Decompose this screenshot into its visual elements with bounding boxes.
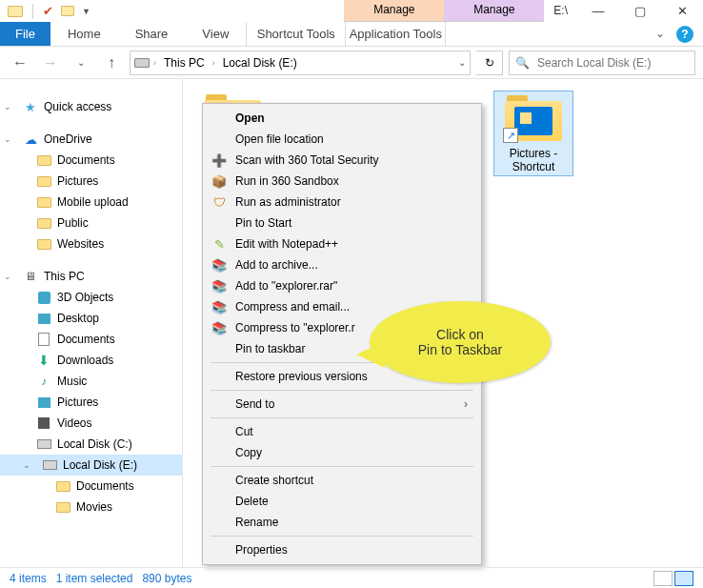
context-item[interactable]: 📚Add to "explorer.rar" [205,275,479,296]
context-item[interactable]: 📚Add to archive... [205,254,479,275]
folder-icon [37,176,51,187]
search-input[interactable] [535,55,689,71]
blank-icon [211,541,228,558]
box-icon: 📦 [211,172,228,190]
sidebar-item-public[interactable]: Public [0,213,182,233]
folder-icon [37,239,51,250]
sidebar-item-this-pc[interactable]: ⌄🖥This PC [0,266,182,287]
close-button[interactable]: ✕ [661,4,703,18]
shield-icon: 🛡 [211,193,228,211]
sidebar-item-disk-e[interactable]: ⌄Local Disk (E:) [0,455,182,476]
shortcut-item-pictures[interactable]: ↗ Pictures - Shortcut [493,91,573,176]
blank-icon [211,493,228,510]
blank-icon [211,395,228,413]
sidebar-item-pictures[interactable]: Pictures [0,171,182,192]
sidebar-item-documents[interactable]: Documents [0,476,182,497]
item-label: Pictures - Shortcut [496,147,571,173]
sidebar-item-onedrive[interactable]: ⌄☁OneDrive [0,129,182,150]
file-tab[interactable]: File [0,22,50,46]
drive-icon [37,439,51,449]
drive-icon [134,58,150,68]
context-item[interactable]: Properties [205,539,479,560]
maximize-button[interactable]: ▢ [619,4,661,18]
context-item[interactable]: Open [205,108,479,129]
forward-button[interactable]: → [38,51,63,75]
sidebar-item-movies[interactable]: Movies [0,497,182,517]
contextual-tab-application[interactable]: Manage [444,0,544,22]
view-tab[interactable]: View [185,22,246,46]
details-view-button[interactable] [653,571,673,586]
icons-view-button[interactable] [674,571,693,586]
context-item[interactable]: Rename [205,512,479,533]
blank-icon [211,131,228,148]
context-item[interactable]: Send to› [205,394,479,415]
back-button[interactable]: ← [8,51,32,75]
sidebar-item-music[interactable]: ♪Music [0,371,182,392]
context-item[interactable]: Pin to Start [205,213,479,233]
blank-icon [211,368,228,385]
home-tab[interactable]: Home [50,22,118,46]
folder-icon [8,6,23,17]
context-item[interactable]: 📦Run in 360 Sandbox [205,171,479,192]
submenu-arrow-icon: › [464,397,468,411]
context-item[interactable]: Copy [205,442,479,463]
search-icon: 🔍 [515,56,530,70]
breadcrumb[interactable]: This PC [160,54,209,71]
address-bar[interactable]: › This PC › Local Disk (E:) ⌄ [130,51,471,75]
blank-icon [211,472,228,489]
sidebar-item-downloads[interactable]: ⬇Downloads [0,350,182,371]
up-button[interactable]: ↑ [99,51,124,75]
tutorial-callout: Click on Pin to Taskbar [370,301,551,383]
sidebar-item-documents[interactable]: Documents [0,329,182,350]
qat-dropdown-icon[interactable]: ▼ [82,7,90,16]
cloud-icon: ☁ [23,132,38,147]
help-button[interactable]: ? [676,26,693,43]
sidebar-item-pictures[interactable]: Pictures [0,392,182,413]
sidebar-item-disk-c[interactable]: Local Disk (C:) [0,434,182,455]
application-tools-tab[interactable]: Application Tools [346,22,446,46]
check-icon[interactable]: ✔ [43,4,53,18]
context-item[interactable]: ✎Edit with Notepad++ [205,233,479,254]
desktop-icon [38,314,50,324]
context-item[interactable]: Cut [205,421,479,442]
pc-icon: 🖥 [23,269,38,284]
blank-icon [211,514,228,531]
history-dropdown-icon[interactable]: ⌄ [69,51,93,75]
sidebar-item-quick-access[interactable]: ⌄★Quick access [0,96,182,117]
context-item[interactable]: Delete [205,491,479,512]
folder-icon [37,155,51,166]
sidebar-item-videos[interactable]: Videos [0,413,182,434]
breadcrumb[interactable]: Local Disk (E:) [219,54,301,71]
context-item[interactable]: 🛡Run as administrator [205,192,479,213]
blank-icon [211,340,228,357]
context-item[interactable]: Create shortcut [205,470,479,491]
context-item[interactable]: Open file location [205,129,479,150]
np-icon: ✎ [211,235,228,253]
sidebar-item-mobile-upload[interactable]: Mobile upload [0,192,182,213]
folder-icon [37,197,51,208]
sidebar-item-3d-objects[interactable]: 3D Objects [0,287,182,308]
minimize-button[interactable]: — [577,4,619,18]
properties-icon[interactable] [61,6,74,16]
shortcut-tools-tab[interactable]: Shortcut Tools [246,22,346,46]
sidebar-item-websites[interactable]: Websites [0,233,182,254]
status-bar: 4 items 1 item selected 890 bytes [0,567,703,588]
rar-icon: 📚 [211,319,228,336]
context-item[interactable]: ➕Scan with 360 Total Security [205,150,479,171]
share-tab[interactable]: Share [118,22,186,46]
picture-icon [38,397,50,408]
drive-icon [43,460,57,470]
address-dropdown-icon[interactable]: ⌄ [458,57,466,68]
music-icon: ♪ [36,374,51,389]
ribbon-collapse-icon[interactable]: ⌄ [648,22,673,46]
search-box[interactable]: 🔍 [509,51,695,75]
3d-icon [38,292,50,304]
sidebar-item-documents[interactable]: Documents [0,150,182,171]
refresh-button[interactable]: ↻ [476,51,503,75]
blank-icon [211,214,228,232]
contextual-tab-shortcut[interactable]: Manage [344,0,444,22]
status-size: 890 bytes [142,572,191,585]
sidebar-item-desktop[interactable]: Desktop [0,308,182,329]
folder-icon [56,481,70,492]
quick-access-toolbar: ✔ ▼ [0,0,90,22]
